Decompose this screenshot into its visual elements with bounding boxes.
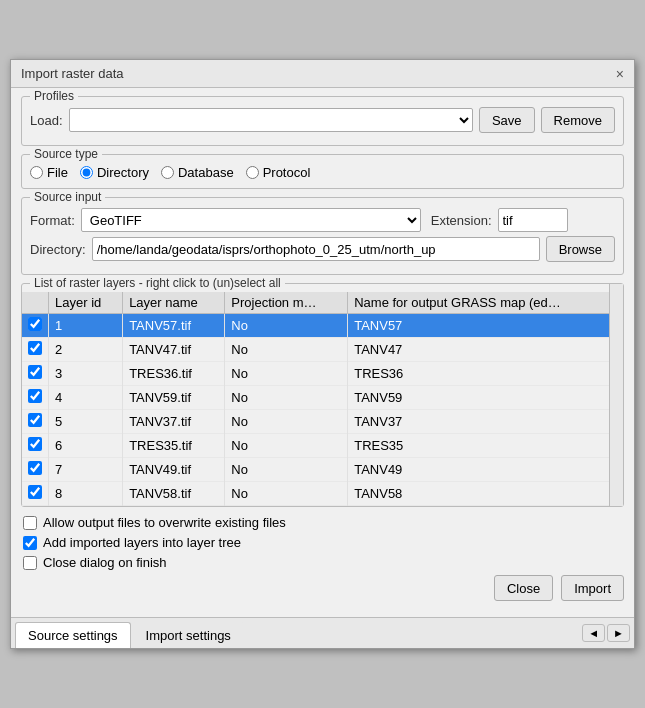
source-input-group: Source input Format: GeoTIFF Extension: … <box>21 197 624 275</box>
row-projection: No <box>225 362 348 386</box>
overwrite-row: Allow output files to overwrite existing… <box>21 515 624 530</box>
dialog-title: Import raster data <box>21 66 124 81</box>
col-output-name: Name for output GRASS map (ed… <box>348 292 623 314</box>
row-layer-name: TRES36.tif <box>123 362 225 386</box>
source-input-label: Source input <box>30 190 105 204</box>
row-checkbox[interactable] <box>28 317 42 331</box>
source-type-label: Source type <box>30 147 102 161</box>
tab-prev-button[interactable]: ◄ <box>582 624 605 642</box>
row-checkbox[interactable] <box>28 413 42 427</box>
row-projection: No <box>225 410 348 434</box>
radio-protocol: Protocol <box>246 165 311 180</box>
row-output-name: TANV49 <box>348 458 623 482</box>
directory-radio[interactable] <box>80 166 93 179</box>
row-checkbox[interactable] <box>28 341 42 355</box>
table-row[interactable]: 1TANV57.tifNoTANV57 <box>22 314 623 338</box>
row-projection: No <box>225 458 348 482</box>
database-radio-label: Database <box>178 165 234 180</box>
titlebar: Import raster data × <box>11 60 634 88</box>
row-id: 8 <box>49 482 123 506</box>
row-checkbox[interactable] <box>28 437 42 451</box>
radio-file: File <box>30 165 68 180</box>
add-layers-checkbox[interactable] <box>23 536 37 550</box>
close-dialog-row: Close dialog on finish <box>21 555 624 570</box>
tab-nav: ◄ ► <box>582 624 630 642</box>
overwrite-label: Allow output files to overwrite existing… <box>43 515 286 530</box>
row-checkbox[interactable] <box>28 461 42 475</box>
col-layer-id: Layer id <box>49 292 123 314</box>
close-icon[interactable]: × <box>616 67 624 81</box>
close-button[interactable]: Close <box>494 575 553 601</box>
bottom-buttons: Close Import <box>21 575 624 601</box>
row-output-name: TANV57 <box>348 314 623 338</box>
col-projection: Projection m… <box>225 292 348 314</box>
row-layer-name: TANV59.tif <box>123 386 225 410</box>
tabs-bar: Source settings Import settings ◄ ► <box>11 617 634 648</box>
col-layer-name: Layer name <box>123 292 225 314</box>
file-radio[interactable] <box>30 166 43 179</box>
directory-input[interactable] <box>92 237 540 261</box>
table-row[interactable]: 5TANV37.tifNoTANV37 <box>22 410 623 434</box>
row-projection: No <box>225 314 348 338</box>
tab-import-settings[interactable]: Import settings <box>133 622 244 648</box>
add-layers-label: Add imported layers into layer tree <box>43 535 241 550</box>
row-id: 7 <box>49 458 123 482</box>
load-combo[interactable] <box>69 108 473 132</box>
row-projection: No <box>225 338 348 362</box>
row-layer-name: TANV57.tif <box>123 314 225 338</box>
source-type-radios: File Directory Database Protocol <box>30 165 615 180</box>
remove-button[interactable]: Remove <box>541 107 615 133</box>
table-row[interactable]: 3TRES36.tifNoTRES36 <box>22 362 623 386</box>
row-layer-name: TANV47.tif <box>123 338 225 362</box>
row-output-name: TANV47 <box>348 338 623 362</box>
scrollbar[interactable] <box>609 284 623 506</box>
add-layers-row: Add imported layers into layer tree <box>21 535 624 550</box>
col-checkbox <box>22 292 49 314</box>
source-type-group: Source type File Directory Database <box>21 154 624 189</box>
load-label: Load: <box>30 113 63 128</box>
table-row[interactable]: 2TANV47.tifNoTANV47 <box>22 338 623 362</box>
layers-table: Layer id Layer name Projection m… Name f… <box>22 292 623 506</box>
tab-next-button[interactable]: ► <box>607 624 630 642</box>
table-row[interactable]: 8TANV58.tifNoTANV58 <box>22 482 623 506</box>
file-radio-label: File <box>47 165 68 180</box>
save-button[interactable]: Save <box>479 107 535 133</box>
row-checkbox[interactable] <box>28 365 42 379</box>
format-label: Format: <box>30 213 75 228</box>
import-dialog: Import raster data × Profiles Load: Save… <box>10 59 635 649</box>
layers-table-container[interactable]: Layer id Layer name Projection m… Name f… <box>22 292 623 506</box>
table-row[interactable]: 7TANV49.tifNoTANV49 <box>22 458 623 482</box>
profiles-label: Profiles <box>30 89 78 103</box>
tab-source-settings[interactable]: Source settings <box>15 622 131 648</box>
row-output-name: TANV58 <box>348 482 623 506</box>
close-dialog-label: Close dialog on finish <box>43 555 167 570</box>
database-radio[interactable] <box>161 166 174 179</box>
radio-directory: Directory <box>80 165 149 180</box>
row-checkbox[interactable] <box>28 389 42 403</box>
directory-radio-label: Directory <box>97 165 149 180</box>
overwrite-checkbox[interactable] <box>23 516 37 530</box>
row-layer-name: TANV49.tif <box>123 458 225 482</box>
protocol-radio-label: Protocol <box>263 165 311 180</box>
extension-input[interactable] <box>498 208 568 232</box>
row-id: 5 <box>49 410 123 434</box>
row-id: 4 <box>49 386 123 410</box>
directory-label: Directory: <box>30 242 86 257</box>
import-button[interactable]: Import <box>561 575 624 601</box>
profiles-group: Profiles Load: Save Remove <box>21 96 624 146</box>
row-output-name: TRES36 <box>348 362 623 386</box>
row-output-name: TANV59 <box>348 386 623 410</box>
close-dialog-checkbox[interactable] <box>23 556 37 570</box>
row-id: 6 <box>49 434 123 458</box>
protocol-radio[interactable] <box>246 166 259 179</box>
row-layer-name: TANV58.tif <box>123 482 225 506</box>
row-output-name: TANV37 <box>348 410 623 434</box>
format-combo[interactable]: GeoTIFF <box>81 208 421 232</box>
table-row[interactable]: 6TRES35.tifNoTRES35 <box>22 434 623 458</box>
row-checkbox[interactable] <box>28 485 42 499</box>
table-row[interactable]: 4TANV59.tifNoTANV59 <box>22 386 623 410</box>
row-projection: No <box>225 434 348 458</box>
browse-button[interactable]: Browse <box>546 236 615 262</box>
extension-label: Extension: <box>431 213 492 228</box>
row-id: 2 <box>49 338 123 362</box>
